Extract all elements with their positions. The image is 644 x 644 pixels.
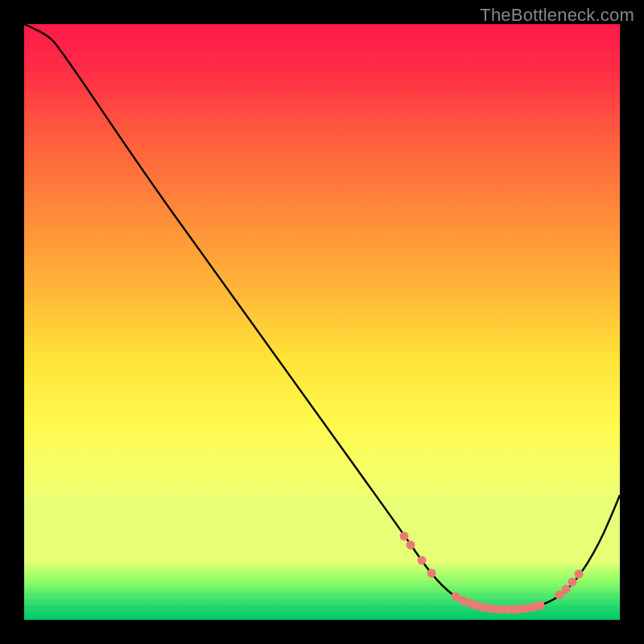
plot-area (24, 24, 620, 620)
background-gradient (24, 24, 620, 620)
svg-rect-1 (24, 564, 620, 620)
chart-frame: TheBottleneck.com (0, 0, 644, 644)
watermark-text: TheBottleneck.com (480, 5, 634, 26)
svg-rect-0 (24, 24, 620, 564)
